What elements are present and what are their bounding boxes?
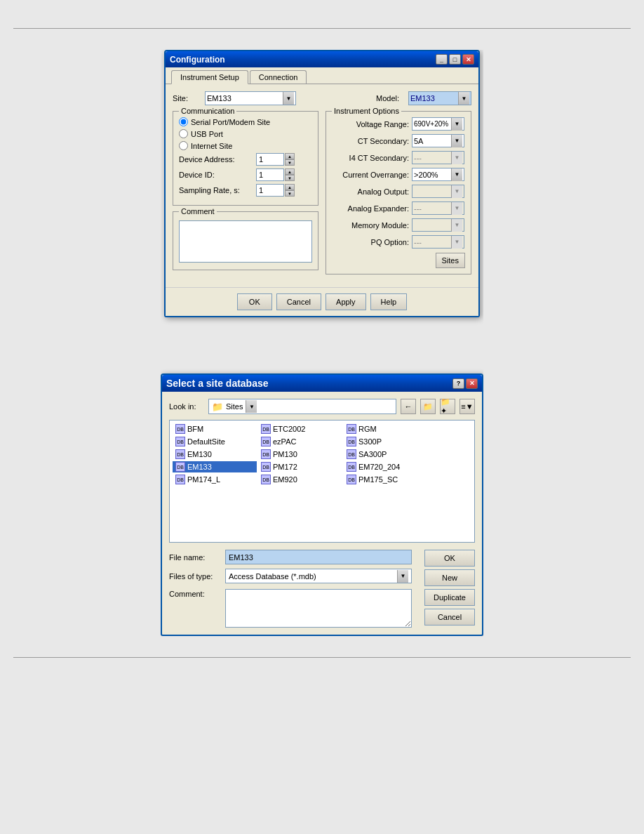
current-overrange-dropdown[interactable]: >200% ▼ [412,168,464,181]
list-item[interactable]: DB PM172 [258,461,342,472]
voltage-range-row: Voltage Range: 690V+20% ▼ [332,117,465,131]
file-name: BFM [187,425,203,433]
list-item[interactable]: DB EM130 [173,449,257,460]
list-item[interactable]: DB SA300P [344,449,428,460]
site-db-help-button[interactable]: ? [452,378,464,389]
config-minimize-button[interactable]: _ [436,54,448,65]
sampling-rate-input[interactable] [256,184,284,197]
file-name: EM130 [187,450,212,458]
lookin-row: Look in: 📁 Sites ▼ ← 📁 📁✦ ≡▼ [169,399,475,414]
site-db-new-button[interactable]: New [424,569,475,586]
current-overrange-value: >200% [414,171,438,179]
bottom-fields-col: File name: Files of type: Access Databas… [169,550,412,628]
analog-output-label: Analog Output: [332,187,409,196]
site-db-ok-button[interactable]: OK [424,550,475,567]
list-item[interactable]: DB BFM [173,423,257,435]
configuration-dialog: Configuration _ □ ✕ Instrument Setup Con… [164,50,480,317]
pq-option-value: --- [414,238,422,246]
list-item[interactable]: DB EM133 [173,461,257,472]
file-icon: DB [347,475,356,484]
list-item[interactable]: DB RGM [344,423,428,435]
current-overrange-row: Current Overrange: >200% ▼ [332,168,465,181]
files-type-dropdown[interactable]: Access Database (*.mdb) ▼ [225,569,412,583]
memory-module-label: Memory Module: [332,221,409,230]
bottom-area: File name: Files of type: Access Databas… [169,550,475,628]
file-name: DefaultSite [187,437,225,446]
device-address-up[interactable]: ▲ [285,153,295,159]
config-close-button[interactable]: ✕ [462,54,474,65]
nav-up-button[interactable]: 📁 [420,399,436,414]
ct-secondary-dropdown[interactable]: 5A ▼ [412,134,464,147]
site-db-comment-textarea[interactable] [225,589,412,628]
list-item[interactable]: DB ETC2002 [258,423,342,435]
tab-connection[interactable]: Connection [250,70,307,84]
filename-label: File name: [169,553,225,562]
config-help-button[interactable]: Help [370,293,408,310]
dialogs-area: Configuration _ □ ✕ Instrument Setup Con… [161,50,483,636]
voltage-range-dropdown[interactable]: 690V+20% ▼ [412,117,464,131]
site-db-close-button[interactable]: ✕ [466,378,478,389]
file-icon: DB [261,449,271,459]
list-item[interactable]: DB PM174_L [173,474,257,485]
site-dropdown-arrow: ▼ [283,92,294,105]
device-id-down[interactable]: ▼ [285,175,295,181]
right-column: Instrument Options Voltage Range: 690V+2… [326,111,471,280]
voltage-range-value: 690V+20% [414,120,448,128]
tab-instrument-setup[interactable]: Instrument Setup [171,70,248,84]
file-icon: DB [175,424,185,434]
filename-input[interactable] [225,550,412,564]
memory-module-dropdown: ▼ [412,218,464,232]
config-cancel-button[interactable]: Cancel [276,293,321,310]
site-dropdown[interactable]: EM133 ▼ [205,91,296,105]
internet-site-radio[interactable] [179,141,188,150]
sampling-rate-spinners: ▲ ▼ [285,184,295,197]
file-icon: DB [347,462,356,472]
list-item[interactable]: DB DefaultSite [173,436,257,447]
pq-option-dropdown: --- ▼ [412,235,464,249]
pq-option-label: PQ Option: [332,238,409,246]
page: Configuration _ □ ✕ Instrument Setup Con… [0,0,644,834]
device-id-input[interactable] [256,168,284,181]
list-item[interactable]: DB PM175_SC [344,474,428,485]
site-database-dialog: Select a site database ? ✕ Look in: 📁 Si… [161,373,483,636]
usb-port-radio[interactable] [179,129,188,138]
top-rule [13,28,631,29]
device-address-input[interactable] [256,153,284,166]
files-type-label: Files of type: [169,572,225,581]
site-db-comment-label: Comment: [169,588,225,598]
site-model-row: Site: EM133 ▼ Model: EM133 ▼ [173,91,471,105]
voltage-range-arrow: ▼ [451,118,462,131]
analog-output-dropdown: ▼ [412,185,464,198]
config-maximize-button[interactable]: □ [449,54,461,65]
device-id-up[interactable]: ▲ [285,168,295,175]
device-address-row: Device Address: ▲ ▼ [179,153,312,166]
site-db-duplicate-button[interactable]: Duplicate [424,589,475,606]
i4-ct-arrow: ▼ [451,152,462,164]
nav-view-button[interactable]: ≡▼ [459,399,475,414]
nav-back-button[interactable]: ← [401,399,416,414]
serial-port-radio[interactable] [179,117,188,126]
device-address-down[interactable]: ▼ [285,159,295,166]
list-item[interactable]: DB ezPAC [258,436,342,447]
list-item[interactable]: DB EM920 [258,474,342,485]
list-item[interactable]: DB EM720_204 [344,461,428,472]
sampling-rate-up[interactable]: ▲ [285,184,295,190]
files-type-value: Access Database (*.mdb) [229,572,316,581]
lookin-dropdown[interactable]: 📁 Sites ▼ [208,399,396,414]
sampling-rate-down[interactable]: ▼ [285,190,295,197]
comment-textarea[interactable] [179,220,312,263]
nav-new-folder-button[interactable]: 📁✦ [440,399,455,414]
config-dialog-buttons: OK Cancel Apply Help [166,287,478,316]
list-item[interactable]: DB PM130 [258,449,342,460]
model-dropdown-arrow: ▼ [458,92,469,105]
ct-secondary-row: CT Secondary: 5A ▼ [332,134,465,147]
list-item[interactable]: DB S300P [344,436,428,447]
pq-option-row: PQ Option: --- ▼ [332,235,465,249]
file-list: DB BFM DB ETC2002 DB RGM DB DefaultSite [169,420,475,543]
sites-button[interactable]: Sites [436,253,465,268]
config-apply-button[interactable]: Apply [326,293,366,310]
site-db-cancel-button[interactable]: Cancel [424,609,475,626]
model-dropdown[interactable]: EM133 ▼ [408,91,471,105]
config-ok-button[interactable]: OK [237,293,272,310]
analog-expander-arrow: ▼ [451,202,462,215]
